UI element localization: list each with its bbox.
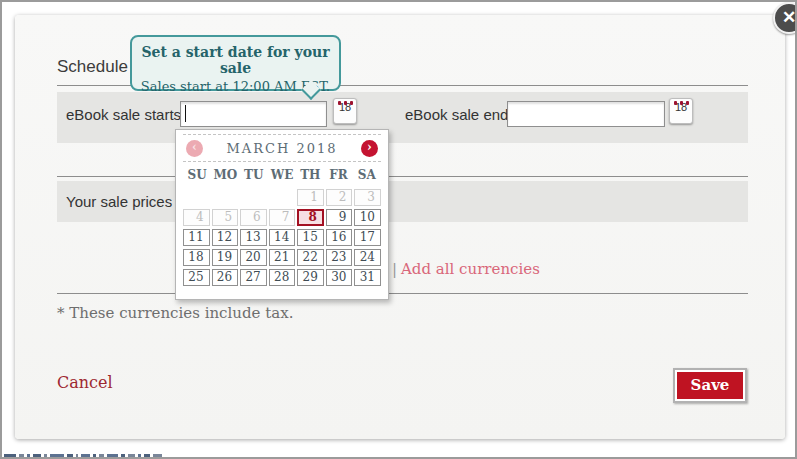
calendar-day[interactable]: 21 <box>269 249 296 266</box>
tax-note: * These currencies include tax. <box>57 304 293 322</box>
day-header: WE <box>268 168 296 182</box>
calendar-day[interactable]: 18 <box>183 249 210 266</box>
calendar-day: 5 <box>212 209 239 226</box>
calendar-header: ‹ MARCH 2018 › <box>183 134 381 162</box>
tooltip-title: Set a start date for your sale <box>132 44 339 76</box>
calendar-day[interactable]: 13 <box>240 229 267 246</box>
cancel-link[interactable]: Cancel <box>57 373 113 392</box>
divider <box>57 293 748 294</box>
prev-month-icon[interactable]: ‹ <box>186 140 203 157</box>
calendar-day[interactable]: 12 <box>212 229 239 246</box>
next-month-icon[interactable]: › <box>361 140 378 157</box>
calendar-day[interactable]: 11 <box>183 229 210 246</box>
schedule-section-title: Schedule <box>57 57 128 77</box>
clipped-background-text <box>4 454 204 459</box>
calendar-day[interactable]: 28 <box>269 269 296 286</box>
calendar-picker-icon-start[interactable]: 18 <box>333 98 357 124</box>
calendar-day[interactable]: 16 <box>326 229 353 246</box>
sale-prices-title: Your sale prices <box>66 193 172 210</box>
calendar-day[interactable]: 20 <box>240 249 267 266</box>
calendar-day[interactable]: 29 <box>297 269 324 286</box>
day-header: TU <box>240 168 268 182</box>
calendar-day[interactable]: 10 <box>354 209 381 226</box>
calendar-day[interactable]: 31 <box>354 269 381 286</box>
calendar-day-empty <box>240 189 267 206</box>
calendar-grid: 1234567891011121314151617181920212223242… <box>183 189 381 286</box>
calendar-day[interactable]: 9 <box>326 209 353 226</box>
calendar-day[interactable]: 14 <box>269 229 296 246</box>
close-icon[interactable]: ✕ <box>773 2 797 34</box>
sale-starts-label: eBook sale starts <box>66 106 181 123</box>
calendar-day-empty <box>212 189 239 206</box>
calendar-day[interactable]: 25 <box>183 269 210 286</box>
day-header: MO <box>211 168 239 182</box>
day-header: TH <box>296 168 324 182</box>
calendar-day[interactable]: 17 <box>354 229 381 246</box>
date-picker-popup: ‹ MARCH 2018 › SUMOTUWETHFRSA 1234567891… <box>175 129 389 300</box>
calendar-day: 1 <box>297 189 324 206</box>
calendar-day[interactable]: 19 <box>212 249 239 266</box>
calendar-day-selected[interactable]: 8 <box>297 209 324 226</box>
month-label: MARCH 2018 <box>227 141 338 156</box>
schedule-sale-modal: Schedule eBook sale starts 18 eBook sale… <box>0 0 797 459</box>
save-button[interactable]: Save <box>673 368 747 403</box>
calendar-day[interactable]: 30 <box>326 269 353 286</box>
calendar-day[interactable]: 27 <box>240 269 267 286</box>
sale-ends-label: eBook sale ends <box>405 106 516 123</box>
calendar-day: 6 <box>240 209 267 226</box>
calendar-day: 2 <box>326 189 353 206</box>
calendar-day[interactable]: 23 <box>326 249 353 266</box>
start-date-tooltip: Set a start date for your sale Sales sta… <box>130 35 341 91</box>
day-header: SA <box>353 168 381 182</box>
day-header: FR <box>324 168 352 182</box>
calendar-day: 3 <box>354 189 381 206</box>
calendar-day: 4 <box>183 209 210 226</box>
calendar-day: 7 <box>269 209 296 226</box>
calendar-day[interactable]: 15 <box>297 229 324 246</box>
sale-ends-input[interactable] <box>507 101 665 127</box>
divider <box>57 176 748 177</box>
sale-starts-input[interactable] <box>180 101 327 127</box>
calendar-day[interactable]: 22 <box>297 249 324 266</box>
calendar-picker-icon-end[interactable]: 18 <box>669 98 693 124</box>
calendar-day[interactable]: 26 <box>212 269 239 286</box>
add-all-currencies-link[interactable]: Add all currencies <box>401 260 540 278</box>
calendar-day[interactable]: 24 <box>354 249 381 266</box>
text-cursor <box>185 105 186 122</box>
day-header: SU <box>183 168 211 182</box>
calendar-day-headers: SUMOTUWETHFRSA <box>183 168 381 182</box>
currency-separator: | <box>392 260 397 278</box>
calendar-day-empty <box>269 189 296 206</box>
calendar-day-empty <box>183 189 210 206</box>
